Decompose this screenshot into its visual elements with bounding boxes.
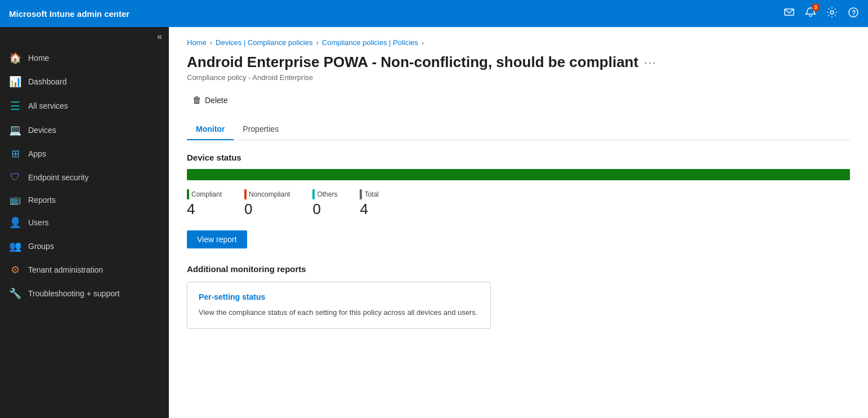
stat-noncompliant: Noncompliant 0: [244, 189, 290, 218]
sidebar-item-label-home: Home: [28, 54, 49, 63]
sidebar-item-dashboard[interactable]: 📊 Dashboard: [0, 70, 169, 94]
sidebar-item-apps[interactable]: ⊞ Apps: [0, 142, 169, 166]
page-title-row: Android Enterprise POWA - Non-conflictin…: [187, 54, 850, 71]
monitoring-card-per-setting-desc: View the compliance status of each setti…: [199, 307, 479, 318]
stat-total-value: 4: [360, 201, 378, 218]
stat-total-label: Total: [360, 189, 378, 199]
page-title-more-button[interactable]: ···: [644, 56, 657, 69]
sidebar-item-all-services[interactable]: ☰ All services: [0, 94, 169, 118]
sidebar-item-label-apps: Apps: [28, 149, 46, 158]
additional-monitoring-title: Additional monitoring reports: [187, 264, 850, 274]
status-bar: [187, 169, 850, 180]
tenant-admin-icon: ⚙: [9, 264, 21, 276]
others-indicator: [312, 189, 315, 199]
sidebar-item-groups[interactable]: 👥 Groups: [0, 234, 169, 258]
page-subtitle: Compliance policy - Android Enterprise: [187, 73, 850, 82]
notification-badge: 3: [812, 3, 820, 11]
sidebar-item-label-devices: Devices: [28, 126, 56, 135]
compliant-indicator: [187, 189, 189, 199]
sidebar-item-label-groups: Groups: [28, 242, 54, 251]
tab-monitor[interactable]: Monitor: [187, 119, 234, 140]
sidebar-item-reports[interactable]: 📺 Reports: [0, 189, 169, 211]
main-layout: « 🏠 Home 📊 Dashboard ☰ All services 💻 De…: [0, 27, 868, 418]
dashboard-icon: 📊: [9, 75, 21, 88]
sidebar: « 🏠 Home 📊 Dashboard ☰ All services 💻 De…: [0, 27, 169, 418]
monitoring-card-per-setting: Per-setting status View the compliance s…: [187, 282, 491, 329]
apps-icon: ⊞: [9, 148, 21, 160]
breadcrumb-sep-2: ›: [316, 38, 318, 47]
monitoring-card-per-setting-title[interactable]: Per-setting status: [199, 292, 479, 301]
breadcrumb-home[interactable]: Home: [187, 38, 207, 47]
noncompliant-indicator: [244, 189, 247, 199]
svg-text:?: ?: [852, 9, 856, 17]
all-services-icon: ☰: [9, 99, 21, 113]
breadcrumb: Home › Devices | Compliance policies › C…: [187, 38, 850, 47]
delete-button[interactable]: 🗑 Delete: [187, 92, 233, 109]
sidebar-item-endpoint-security[interactable]: 🛡 Endpoint security: [0, 166, 169, 189]
users-icon: 👤: [9, 216, 21, 229]
app-title: Microsoft Intune admin center: [9, 9, 784, 19]
topbar: Microsoft Intune admin center 3 ?: [0, 0, 868, 27]
stat-total: Total 4: [360, 189, 378, 218]
view-report-button[interactable]: View report: [187, 230, 247, 248]
settings-icon[interactable]: [826, 7, 838, 21]
stat-compliant: Compliant 4: [187, 189, 222, 218]
stat-compliant-label: Compliant: [187, 189, 222, 199]
endpoint-security-icon: 🛡: [9, 171, 21, 183]
help-icon[interactable]: ?: [848, 7, 859, 21]
sidebar-item-label-troubleshooting: Troubleshooting + support: [28, 289, 120, 298]
sidebar-item-label-reports: Reports: [28, 195, 56, 204]
sidebar-item-home[interactable]: 🏠 Home: [0, 46, 169, 70]
tabs: Monitor Properties: [187, 119, 850, 140]
status-bar-fill: [187, 169, 850, 180]
troubleshooting-icon: 🔧: [9, 287, 21, 300]
stat-others: Others 0: [312, 189, 337, 218]
stat-noncompliant-value: 0: [244, 201, 290, 218]
svg-point-1: [830, 11, 834, 14]
stat-noncompliant-label: Noncompliant: [244, 189, 290, 199]
sidebar-item-label-users: Users: [28, 218, 49, 227]
topbar-icons: 3 ?: [784, 7, 859, 21]
sidebar-item-troubleshooting[interactable]: 🔧 Troubleshooting + support: [0, 282, 169, 305]
stat-others-value: 0: [312, 201, 337, 218]
reports-icon: 📺: [9, 194, 21, 205]
sidebar-item-label-dashboard: Dashboard: [28, 77, 67, 86]
content-area: Home › Devices | Compliance policies › C…: [169, 27, 868, 418]
total-indicator: [360, 189, 362, 199]
breadcrumb-sep-1: ›: [210, 38, 212, 47]
groups-icon: 👥: [9, 240, 21, 252]
delete-label: Delete: [205, 96, 227, 105]
tab-properties[interactable]: Properties: [234, 119, 288, 140]
feedback-icon[interactable]: [784, 7, 795, 21]
sidebar-item-label-endpoint-security: Endpoint security: [28, 173, 88, 182]
breadcrumb-compliance-policies[interactable]: Devices | Compliance policies: [216, 38, 312, 47]
sidebar-item-label-tenant-admin: Tenant administration: [28, 265, 103, 274]
sidebar-item-tenant-admin[interactable]: ⚙ Tenant administration: [0, 258, 169, 282]
devices-icon: 💻: [9, 124, 21, 136]
device-status-title: Device status: [187, 153, 850, 162]
sidebar-item-devices[interactable]: 💻 Devices: [0, 118, 169, 142]
notification-icon[interactable]: 3: [805, 7, 816, 21]
stat-others-label: Others: [312, 189, 337, 199]
sidebar-item-users[interactable]: 👤 Users: [0, 211, 169, 234]
stat-compliant-value: 4: [187, 201, 222, 218]
breadcrumb-sep-3: ›: [422, 38, 424, 47]
breadcrumb-policies[interactable]: Compliance policies | Policies: [322, 38, 418, 47]
home-icon: 🏠: [9, 52, 21, 64]
sidebar-collapse-button[interactable]: «: [0, 27, 169, 46]
sidebar-item-label-all-services: All services: [28, 101, 68, 110]
status-stats: Compliant 4 Noncompliant 0 Others 0: [187, 189, 850, 218]
page-title: Android Enterprise POWA - Non-conflictin…: [187, 54, 638, 71]
delete-icon: 🗑: [193, 95, 202, 105]
